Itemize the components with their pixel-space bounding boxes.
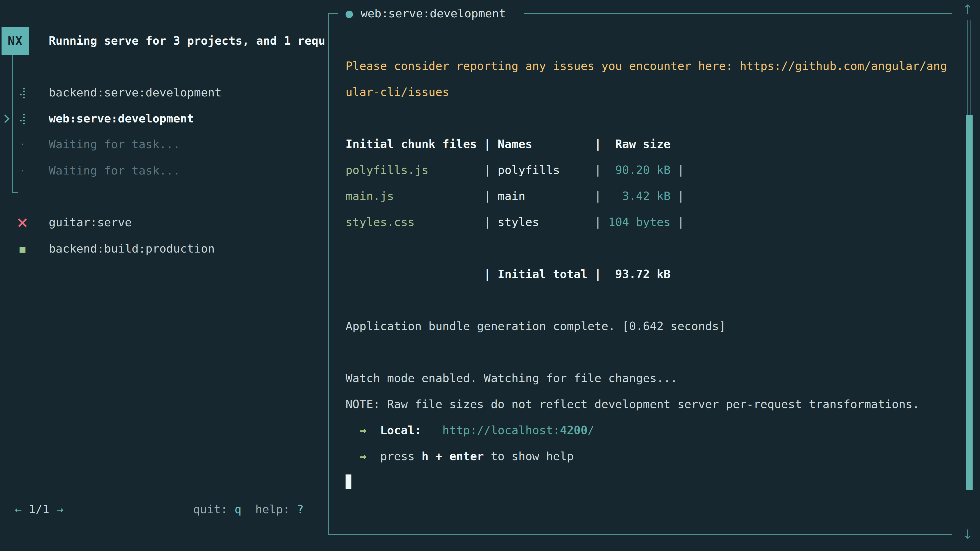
pager-spacer <box>49 503 56 516</box>
terminal-text-segment: | <box>670 215 684 229</box>
pager: ← 1/1 → <box>15 502 63 517</box>
terminal-text-segment: http://localhost: <box>442 424 560 437</box>
task-row-backend-serve-development[interactable]: ⢼backend:serve:development <box>0 85 328 100</box>
terminal-line-15: → press h + enter to show help <box>345 443 958 469</box>
sidebar-title: Running serve for 3 projects, and 1 requ <box>49 33 328 48</box>
terminal-text-segment: 4200 <box>560 424 587 437</box>
pager-next-icon[interactable]: → <box>56 503 63 516</box>
panel-border-top-corner <box>328 13 338 14</box>
scrollbar-thumb[interactable] <box>966 115 973 490</box>
terminal-text-segment <box>345 424 360 437</box>
terminal-text-segment: to show help <box>484 449 574 463</box>
terminal-text-segment: | <box>394 189 498 203</box>
terminal-text-segment <box>366 424 380 437</box>
help-hint-key[interactable]: ? <box>297 503 304 516</box>
task-row-web-serve-development[interactable]: ⢼web:serve:development <box>0 111 328 126</box>
task-label: Waiting for task... <box>49 137 180 152</box>
terminal-line-0: Please consider reporting any issues you… <box>345 53 958 79</box>
task-row-waiting-slot-1[interactable]: ·Waiting for task... <box>0 137 328 152</box>
terminal-text-segment: NOTE: Raw file sizes do not reflect deve… <box>345 397 920 411</box>
panel-title: ●web:serve:development <box>345 6 506 21</box>
terminal-line-7 <box>345 235 958 261</box>
terminal-text-segment: styles.css <box>345 215 415 229</box>
task-status-square-icon: ▪ <box>14 241 30 256</box>
pager-position <box>22 503 29 516</box>
keyboard-hints: quit: q help: ? <box>193 502 304 517</box>
help-hint-label: help: <box>242 503 297 516</box>
terminal-text-segment: | <box>415 215 498 229</box>
nx-logo: NX <box>2 27 29 55</box>
pager-current: 1/1 <box>29 503 49 516</box>
terminal-text-segment: Local: <box>380 424 422 437</box>
scroll-down-icon[interactable]: ↓ <box>960 527 975 542</box>
terminal-line-13: NOTE: Raw file sizes do not reflect deve… <box>345 391 958 417</box>
terminal-line-4: polyfills.js | polyfills | 90.20 kB | <box>345 157 958 183</box>
task-label: web:serve:development <box>49 111 194 126</box>
task-row-guitar-serve[interactable]: ×guitar:serve <box>0 215 328 230</box>
terminal-text-segment: main <box>498 189 525 203</box>
terminal-cursor <box>345 475 352 489</box>
terminal-line-2 <box>345 105 958 131</box>
panel-border-top <box>524 13 952 14</box>
nx-terminal-ui: NX Running serve for 3 projects, and 1 r… <box>0 0 980 551</box>
task-row-waiting-slot-2[interactable]: ·Waiting for task... <box>0 163 328 178</box>
terminal-line-11 <box>345 339 958 365</box>
terminal-line-3: Initial chunk files | Names | Raw size <box>345 131 958 157</box>
task-label: guitar:serve <box>49 215 132 230</box>
terminal-text-segment <box>422 424 442 437</box>
terminal-text-segment: | <box>428 163 498 177</box>
task-status-dot-icon: · <box>14 163 30 178</box>
task-row-backend-build-production[interactable]: ▪backend:build:production <box>0 241 328 256</box>
terminal-line-1: ular-cli/issues <box>345 79 958 105</box>
scrollbar-track[interactable] <box>967 21 970 115</box>
terminal-text-segment: styles <box>498 215 539 229</box>
task-status-spinner-icon: ⢼ <box>14 85 30 100</box>
terminal-text-segment: polyfills <box>498 163 560 177</box>
terminal-text-segment: Watch mode enabled. Watching for file ch… <box>345 372 677 385</box>
terminal-text-segment: main.js <box>345 189 394 203</box>
quit-hint-key[interactable]: q <box>234 503 242 516</box>
terminal-text-segment: | <box>525 189 601 203</box>
terminal-line-10: Application bundle generation complete. … <box>345 313 958 339</box>
terminal-text-segment: 3.42 kB <box>601 189 670 203</box>
scroll-up-icon[interactable]: ↑ <box>960 2 975 17</box>
task-status-dot-icon: · <box>14 137 30 152</box>
terminal-output: Please consider reporting any issues you… <box>345 53 958 495</box>
terminal-text-segment: | Initial total | 93.72 kB <box>484 267 671 281</box>
task-sidebar: NX Running serve for 3 projects, and 1 r… <box>0 0 328 551</box>
terminal-text-segment: press <box>366 449 422 463</box>
terminal-text-segment: Initial chunk files | Names | Raw size <box>345 137 670 151</box>
terminal-line-8: | Initial total | 93.72 kB <box>345 261 958 287</box>
terminal-text-segment: polyfills.js <box>345 163 428 177</box>
quit-hint-label: quit: <box>193 503 235 516</box>
terminal-text-segment: / <box>587 424 594 437</box>
terminal-line-12: Watch mode enabled. Watching for file ch… <box>345 365 958 391</box>
terminal-text-segment: ular-cli/issues <box>345 85 449 99</box>
selected-task-chevron-icon <box>1 114 10 123</box>
terminal-text-segment <box>345 449 360 463</box>
terminal-line-5: main.js | main | 3.42 kB | <box>345 183 958 209</box>
pager-prev-icon[interactable]: ← <box>15 503 22 516</box>
terminal-text-segment: | <box>560 163 601 177</box>
terminal-text-segment: 90.20 kB <box>601 163 670 177</box>
task-status-spinner-icon: ⢼ <box>14 111 30 126</box>
terminal-line-14: → Local: http://localhost:4200/ <box>345 417 958 443</box>
terminal-text-segment: Application bundle generation complete. … <box>345 319 726 333</box>
task-label: Waiting for task... <box>49 163 180 178</box>
terminal-text-segment: | <box>539 215 601 229</box>
terminal-line-6: styles.css | styles | 104 bytes | <box>345 209 958 235</box>
task-status-cross-icon: × <box>14 215 30 230</box>
status-bar: ← 1/1 → quit: q help: ? <box>0 502 328 517</box>
terminal-text-segment: 104 bytes <box>601 215 670 229</box>
terminal-text-segment: → <box>360 449 366 463</box>
terminal-line-9 <box>345 287 958 313</box>
terminal-text-segment: h + enter <box>422 449 484 463</box>
panel-border-left <box>328 13 329 535</box>
task-label: backend:serve:development <box>49 85 221 100</box>
terminal-text-segment: Please consider reporting any issues you… <box>345 59 947 73</box>
panel-title-text: web:serve:development <box>361 6 506 20</box>
running-indicator-icon: ● <box>345 8 353 19</box>
task-label: backend:build:production <box>49 241 215 256</box>
terminal-text-segment: → <box>360 424 366 437</box>
terminal-text-segment: | <box>670 163 684 177</box>
